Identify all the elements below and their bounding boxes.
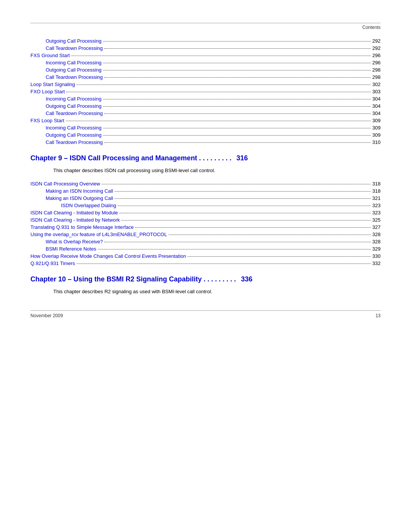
toc-page-number: 296	[372, 53, 381, 58]
toc-link[interactable]: Outgoing Call Processing	[46, 38, 102, 44]
chapter9-heading: Chapter 9 – ISDN Call Processing and Man…	[30, 154, 381, 162]
toc-page-number: 321	[372, 195, 381, 201]
toc-link[interactable]: Translating Q.931 to Simple Message Inte…	[30, 224, 134, 230]
toc-page-number: 309	[372, 125, 381, 131]
footer-left: November 2009	[30, 313, 63, 318]
toc-entry: Call Teardown Processing298	[46, 74, 381, 80]
header-rule	[30, 23, 381, 23]
toc-page-number: 304	[372, 103, 381, 109]
toc-page-number: 303	[372, 89, 381, 94]
toc-link[interactable]: Incoming Call Processing	[46, 96, 102, 102]
toc-dots	[115, 187, 371, 192]
toc-entry: How Overlap Receive Mode Changes Call Co…	[30, 253, 381, 259]
toc-link[interactable]: How Overlap Receive Mode Changes Call Co…	[30, 253, 186, 259]
toc-dots	[66, 87, 371, 92]
toc-link[interactable]: Using the overlap_rcv feature of L4L3mEN…	[30, 232, 167, 237]
toc-dots	[71, 51, 371, 56]
toc-entry: ISDN Call Processing Overview318	[30, 181, 381, 187]
toc-link[interactable]: Outgoing Call Processing	[46, 103, 102, 109]
toc-entry: Making an ISDN Incoming Call318	[46, 188, 381, 194]
toc-entry: FXS Loop Start309	[30, 117, 381, 123]
toc-link[interactable]: FXO Loop Start	[30, 89, 65, 94]
toc-page-number: 292	[372, 45, 381, 51]
toc-dots	[121, 216, 371, 220]
toc-dots	[66, 116, 371, 121]
toc-dots	[119, 208, 371, 213]
toc-section-1: Outgoing Call Processing292Call Teardown…	[30, 38, 381, 145]
toc-link[interactable]: Incoming Call Processing	[46, 125, 102, 131]
toc-entry: Making an ISDN Outgoing Call321	[46, 195, 381, 201]
footer-rule	[30, 310, 381, 311]
toc-dots	[104, 109, 371, 114]
toc-dots	[103, 94, 371, 99]
toc-entry: Call Teardown Processing292	[46, 45, 381, 51]
toc-link[interactable]: Q.921/Q.931 Timers	[30, 260, 75, 266]
toc-link[interactable]: Call Teardown Processing	[46, 110, 103, 116]
toc-entry: ISDN Call Clearing - Initiated by Module…	[30, 209, 381, 216]
toc-link[interactable]: Outgoing Call Processing	[46, 132, 102, 138]
toc-entry: Using the overlap_rcv feature of L4L3mEN…	[30, 231, 381, 237]
toc-entry: ISDN Overlapped Dialing323	[61, 202, 381, 208]
toc-entry: FXS Ground Start296	[30, 52, 381, 58]
chapter10-link[interactable]: Chapter 10 – Using the BSMI R2 Signaling…	[30, 275, 252, 283]
toc-link[interactable]: Making an ISDN Incoming Call	[46, 188, 113, 194]
toc-page-number: 298	[372, 74, 381, 80]
toc-page-number: 309	[372, 118, 381, 123]
toc-entry: ISDN Call Clearing - Initiated by Networ…	[30, 217, 381, 223]
toc-page-number: 310	[372, 139, 381, 145]
chapter10-page: 336	[241, 275, 252, 283]
toc-dots	[104, 237, 371, 242]
toc-page-number: 304	[372, 110, 381, 116]
chapter10-heading: Chapter 10 – Using the BSMI R2 Signaling…	[30, 275, 381, 283]
toc-entry: What is Overlap Receive?328	[46, 238, 381, 244]
toc-page-number: 318	[372, 188, 381, 194]
toc-link[interactable]: What is Overlap Receive?	[46, 239, 103, 244]
chapter9-page: 316	[236, 154, 248, 162]
toc-link[interactable]: Call Teardown Processing	[46, 74, 103, 80]
toc-page-number: 332	[372, 260, 381, 266]
toc-link[interactable]: FXS Loop Start	[30, 118, 64, 123]
toc-page-number: 323	[372, 210, 381, 216]
toc-dots	[104, 73, 371, 78]
toc-link[interactable]: ISDN Call Clearing - Initiated by Module	[30, 210, 118, 216]
toc-link[interactable]: Call Teardown Processing	[46, 139, 103, 145]
toc-entry: FXO Loop Start303	[30, 88, 381, 94]
chapter9-link[interactable]: Chapter 9 – ISDN Call Processing and Man…	[30, 154, 248, 162]
toc-dots	[98, 244, 371, 249]
toc-page-number: 329	[372, 246, 381, 252]
footer-line: November 2009 13	[30, 313, 381, 318]
toc-link[interactable]: ISDN Call Clearing - Initiated by Networ…	[30, 217, 120, 223]
toc-dots	[103, 102, 371, 107]
toc-link[interactable]: ISDN Call Processing Overview	[30, 181, 100, 187]
toc-page-number: 304	[372, 96, 381, 102]
toc-dots	[103, 37, 371, 42]
toc-entry: Incoming Call Processing296	[46, 59, 381, 66]
toc-dots	[115, 194, 371, 199]
toc-link[interactable]: Call Teardown Processing	[46, 45, 103, 51]
toc-page-number: 327	[372, 224, 381, 230]
toc-link[interactable]: Loop Start Signaling	[30, 81, 75, 87]
toc-entry: Incoming Call Processing304	[46, 96, 381, 102]
toc-page-number: 292	[372, 38, 381, 44]
toc-page-number: 325	[372, 217, 381, 223]
toc-link[interactable]: Making an ISDN Outgoing Call	[46, 195, 113, 201]
toc-link[interactable]: FXS Ground Start	[30, 53, 70, 58]
footer-right: 13	[376, 313, 381, 318]
toc-entry: Outgoing Call Processing292	[46, 38, 381, 44]
chapter9-description: This chapter describes ISDN call process…	[53, 167, 381, 174]
header-label: Contents	[362, 25, 381, 30]
toc-link[interactable]: Outgoing Call Processing	[46, 67, 102, 73]
toc-dots	[118, 201, 371, 206]
toc-link[interactable]: ISDN Overlapped Dialing	[61, 203, 116, 208]
toc-dots	[104, 138, 371, 143]
toc-page-number: 323	[372, 203, 381, 208]
toc-dots	[169, 230, 371, 235]
toc-entry: Incoming Call Processing309	[46, 125, 381, 131]
toc-entry: BSMI Reference Notes329	[46, 246, 381, 252]
toc-link[interactable]: Incoming Call Processing	[46, 60, 102, 66]
chapter9-title: Chapter 9 – ISDN Call Processing and Man…	[30, 154, 231, 162]
toc-page-number: 318	[372, 181, 381, 187]
toc-link[interactable]: BSMI Reference Notes	[46, 246, 96, 252]
header-line: Contents	[30, 25, 381, 30]
toc-entry: Outgoing Call Processing309	[46, 132, 381, 138]
